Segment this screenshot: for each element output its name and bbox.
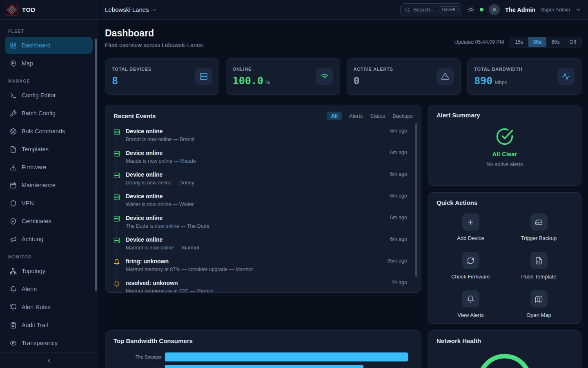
sidebar-item-label: Alert Rules [22,304,51,310]
bell-icon [114,259,120,265]
user-menu-button[interactable] [575,7,581,13]
event-row[interactable]: firing: unknownMarmot memory at 87% — co… [114,254,413,276]
event-title: Device online [126,215,384,221]
server-icon [114,172,120,179]
page-title: Dashboard [105,28,203,39]
plus-icon [467,218,474,226]
event-row[interactable]: resolved: unknownMarmot temperature at 7… [114,276,413,293]
sun-icon [468,6,474,13]
event-time: 6m ago [390,193,413,207]
event-row[interactable]: Device onlineDonny is now online — Donny… [114,168,413,189]
sidebar-item-label: Certificates [22,218,51,224]
refresh-option-60s[interactable]: 60s [546,37,564,47]
event-title: Device online [126,236,384,243]
refresh-icon [467,257,474,265]
sidebar-item-map[interactable]: Map [5,55,93,72]
page-subtitle: Fleet overview across Lebowski Lanes [105,42,203,48]
sidebar-item-firmware[interactable]: Firmware [5,159,93,176]
event-row[interactable]: Device onlineMarmot is now online — Marm… [114,233,413,254]
sidebar-item-alert-rules[interactable]: Alert Rules [5,298,93,316]
quick-action-label: Trigger Backup [521,235,557,241]
event-row[interactable]: Device onlineBrandt is now online — Bran… [114,124,413,146]
refresh-option-15s[interactable]: 15s [510,37,528,47]
event-detail: Walter is now online — Walter [126,202,384,207]
alert-summary-status: All Clear [492,150,517,157]
sidebar-item-batch-config[interactable]: Batch Config [5,105,93,122]
sidebar-item-label: Templates [22,146,49,153]
alert-triangle-icon [441,72,449,81]
tab-alerts[interactable]: Alerts [349,113,363,119]
sidebar-item-dashboard[interactable]: Dashboard [5,37,93,54]
open-map-button[interactable]: Open Map [505,290,573,318]
sidebar-scrollbar[interactable] [95,38,97,291]
add-device-button[interactable]: Add Device [437,213,505,241]
event-detail: Brandt is now online — Brandt [126,137,384,142]
event-title: Device online [126,171,384,178]
event-row[interactable]: Device onlineWalter is now online — Walt… [114,189,413,211]
stat-card-active-alerts: ACTIVE ALERTS 0 [347,58,461,95]
section-label-monitor: MONITOR [8,254,89,259]
trigger-backup-button[interactable]: Trigger Backup [505,213,573,241]
sidebar-item-label: Firmware [22,164,46,171]
search-input[interactable]: Search... Cmd+K [400,3,462,16]
sidebar-item-transparency[interactable]: Transparency [5,334,93,352]
sidebar-item-label: Topology [22,268,45,274]
stat-card-online: ONLINE 100.0% [226,58,340,95]
events-scrollbar[interactable] [415,123,417,277]
event-detail: Maude is now online — Maude [126,158,384,164]
bell-icon [467,295,474,303]
view-alerts-button[interactable]: View Alerts [437,290,505,318]
terminal-icon [10,92,17,99]
sidebar-collapse-button[interactable] [0,352,98,368]
event-row[interactable]: Device onlineThe Dude is now online — Th… [114,211,413,233]
sidebar-nav: FLEET Dashboard Map MANAGE Config Editor… [0,20,98,352]
bell-ring-icon [10,304,17,311]
event-time: 2h ago [392,280,413,293]
layout-dashboard-icon [10,42,17,49]
event-detail: Marmot memory at 87% — consider upgrade … [126,267,381,272]
wrench-icon [10,110,17,117]
sidebar: TOD FLEET Dashboard Map MANAGE Config Ed… [0,0,98,368]
check-firmware-button[interactable]: Check Firmware [437,252,505,280]
file-icon [10,146,17,153]
org-switcher[interactable]: Lebowski Lanes [105,6,158,13]
push-template-button[interactable]: Push Template [505,252,573,280]
tab-backups[interactable]: Backups [392,113,413,119]
event-title: Device online [126,193,384,200]
chevron-left-icon [46,357,52,364]
server-icon [200,72,208,81]
event-row[interactable]: Device onlineMaude is now online — Maude… [114,146,413,168]
server-icon [114,150,120,157]
sidebar-item-templates[interactable]: Templates [5,141,93,158]
refresh-option-30s[interactable]: 30s [528,37,547,47]
event-time: 6m ago [390,171,413,186]
stat-cards: TOTAL DEVICES 8 ONLINE 100.0% ACTIVE ALE… [105,58,581,95]
events-title: Recent Events [114,112,156,119]
sidebar-item-maintenance[interactable]: Maintenance [5,177,93,194]
tab-all[interactable]: All [327,112,342,120]
sidebar-item-vpn[interactable]: VPN [5,195,93,212]
quick-actions-panel: Quick Actions Add Device Trigger Backup … [428,192,581,324]
sidebar-item-bulk-commands[interactable]: Bulk Commands [5,123,93,140]
sidebar-item-alerts[interactable]: Alerts [5,280,93,298]
avatar[interactable] [489,4,500,15]
tab-status[interactable]: Status [370,113,385,119]
event-detail: Marmot temperature at 72C — Marmot [126,288,386,293]
sidebar-item-audit-trail[interactable]: Audit Trail [5,316,93,334]
clipboard-icon [10,322,17,329]
event-title: firing: unknown [126,258,381,265]
user-name: The Admin [505,7,535,13]
calendar-icon [10,182,17,189]
eye-icon [10,340,17,347]
sidebar-item-label: Alerts [22,286,37,292]
sidebar-item-achtung[interactable]: Achtung [5,231,93,248]
quick-action-label: Add Device [457,235,484,241]
quick-action-label: Push Template [521,274,557,280]
refresh-option-off[interactable]: Off [565,37,581,47]
sidebar-item-config-editor[interactable]: Config Editor [5,87,93,104]
sidebar-item-certificates[interactable]: Certificates [5,213,93,230]
sidebar-item-topology[interactable]: Topology [5,263,93,280]
event-time: 6m ago [390,215,413,229]
theme-toggle-button[interactable] [468,6,474,13]
stat-label: TOTAL DEVICES [112,67,151,72]
